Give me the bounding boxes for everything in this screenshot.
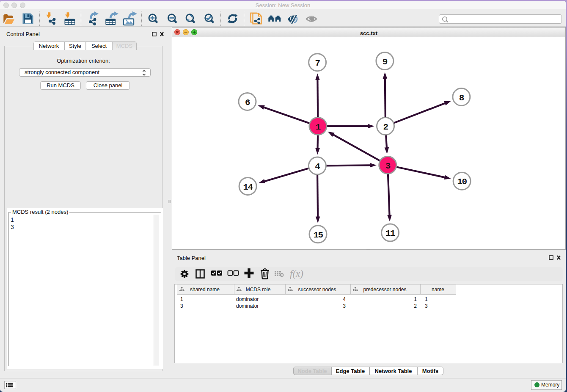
svg-text:14: 14 [243, 182, 253, 192]
svg-text:1: 1 [425, 296, 428, 302]
svg-text:1: 1 [180, 296, 183, 302]
svg-text:predecessor nodes: predecessor nodes [363, 287, 406, 293]
svg-text:2: 2 [414, 303, 417, 309]
svg-text:3: 3 [343, 303, 346, 309]
svg-text:15: 15 [313, 230, 323, 240]
svg-text:successor nodes: successor nodes [298, 287, 336, 293]
svg-text:8: 8 [459, 93, 464, 103]
svg-text:7: 7 [315, 58, 320, 68]
svg-text:4: 4 [343, 296, 346, 302]
svg-text:3: 3 [180, 303, 183, 309]
svg-text:f(x): f(x) [290, 268, 303, 279]
svg-text:1: 1 [414, 296, 417, 302]
svg-text:4: 4 [315, 162, 320, 171]
svg-text:shared name: shared name [190, 287, 220, 293]
svg-text:dominator: dominator [236, 296, 259, 302]
svg-text:dominator: dominator [236, 303, 259, 309]
svg-text:1: 1 [316, 122, 321, 132]
svg-text:11: 11 [385, 229, 395, 238]
svg-text:9: 9 [383, 57, 388, 67]
svg-text:MCDS role: MCDS role [246, 287, 271, 293]
svg-text:2: 2 [383, 122, 388, 132]
svg-text:10: 10 [457, 177, 467, 187]
svg-text:name: name [432, 287, 444, 293]
svg-text:3: 3 [385, 161, 391, 171]
svg-text:3: 3 [425, 303, 428, 309]
svg-text:6: 6 [245, 98, 250, 108]
